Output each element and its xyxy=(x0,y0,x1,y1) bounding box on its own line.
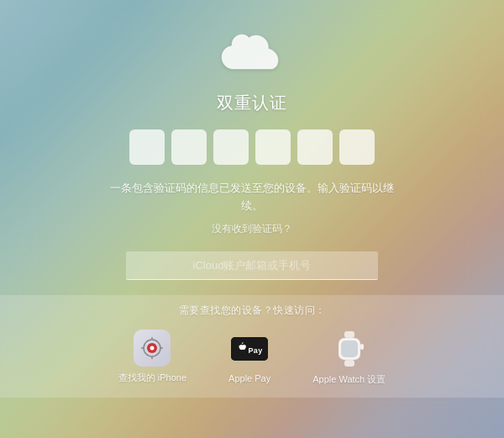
svg-rect-9 xyxy=(344,331,354,338)
apple-watch-item[interactable]: Apple Watch 设置 xyxy=(312,330,386,386)
description-text: 一条包含验证码的信息已发送至您的设备。输入验证码以继续。 xyxy=(109,180,395,215)
apple-pay-item[interactable]: Pay Apple Pay xyxy=(228,330,270,386)
account-input[interactable] xyxy=(126,251,378,280)
apple-watch-icon xyxy=(330,330,369,368)
svg-point-2 xyxy=(150,346,155,350)
main-content: 双重认证 一条包含验证码的信息已发送至您的设备。输入验证码以继续。 没有收到验证… xyxy=(0,34,504,398)
quick-access-title: 需要查找您的设备？快速访问： xyxy=(0,303,504,318)
svg-rect-10 xyxy=(344,360,354,367)
find-iphone-item[interactable]: 查找我的 iPhone xyxy=(118,330,186,386)
svg-rect-12 xyxy=(341,340,358,357)
find-iphone-label: 查找我的 iPhone xyxy=(118,372,186,384)
find-iphone-icon xyxy=(134,330,171,367)
code-box-5[interactable] xyxy=(297,129,333,165)
code-box-1[interactable] xyxy=(129,129,165,165)
code-box-6[interactable] xyxy=(339,129,375,165)
code-input-group xyxy=(129,129,375,165)
svg-rect-13 xyxy=(360,344,364,350)
svg-text:Pay: Pay xyxy=(249,346,263,355)
apple-pay-label: Apple Pay xyxy=(228,373,270,383)
code-box-2[interactable] xyxy=(171,129,207,165)
quick-access-bar: 需要查找您的设备？快速访问： xyxy=(0,295,504,398)
cloud-icon xyxy=(218,34,286,80)
page-title: 双重认证 xyxy=(217,92,287,114)
no-code-link[interactable]: 没有收到验证码？ xyxy=(212,222,292,236)
quick-access-items: 查找我的 iPhone Pay xyxy=(0,330,504,393)
background: 双重认证 一条包含验证码的信息已发送至您的设备。输入验证码以继续。 没有收到验证… xyxy=(0,0,504,438)
code-box-3[interactable] xyxy=(213,129,249,165)
apple-pay-icon: Pay xyxy=(230,330,269,368)
apple-watch-label: Apple Watch 设置 xyxy=(312,373,386,386)
code-box-4[interactable] xyxy=(255,129,291,165)
